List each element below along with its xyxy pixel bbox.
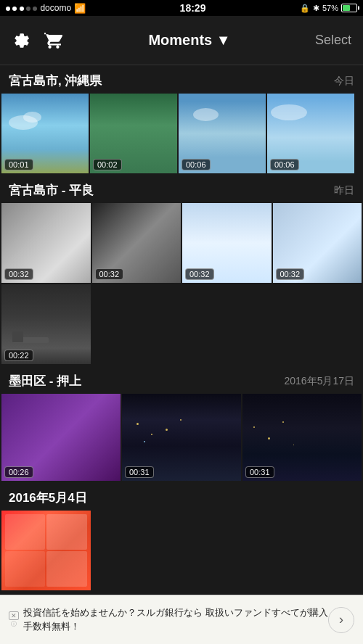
signal-dots	[6, 3, 37, 13]
section-date-1: 今日	[334, 75, 354, 88]
duration-badge: 00:06	[270, 159, 299, 170]
ad-text-content: 投資信託を始めませんか？スルガ銀行なら 取扱いファンドすべてが購入手数料無料！	[23, 607, 328, 631]
ad-x-icon: ✕	[9, 611, 19, 620]
settings-icon[interactable]	[12, 30, 32, 51]
photo-grid-2b: 00:22	[0, 284, 363, 366]
photo-cell[interactable]: 00:32	[273, 203, 362, 283]
cart-icon[interactable]	[44, 30, 64, 51]
photo-cell[interactable]: 00:32	[182, 203, 272, 283]
section-date-3: 2016年5月17日	[284, 375, 354, 388]
wifi-icon: 📶	[74, 3, 86, 14]
nav-bar: Moments ▼ Select	[0, 16, 363, 65]
duration-badge: 00:02	[93, 159, 122, 170]
battery-indicator	[341, 4, 357, 12]
photo-grid-3: 00:26 00:31 00:31	[0, 394, 363, 482]
photo-cell[interactable]: 00:32	[1, 203, 91, 283]
photo-cell[interactable]: 00:06	[179, 94, 266, 173]
status-left: docomo 📶	[6, 3, 86, 14]
photo-cell[interactable]: 00:22	[1, 284, 91, 364]
status-right: 🔒 ✱ 57%	[300, 4, 357, 13]
duration-badge: 00:32	[95, 268, 124, 280]
ad-arrow-button[interactable]: ›	[328, 607, 354, 633]
section-title-4: 2016年5月4日	[9, 490, 87, 506]
status-time: 18:29	[180, 2, 206, 14]
duration-badge: 00:26	[4, 466, 33, 478]
section-title-2: 宮古島市 - 平良	[9, 182, 94, 199]
ad-info-icon: ⓘ	[11, 620, 17, 628]
duration-badge: 00:06	[182, 159, 211, 170]
photo-grid-4	[0, 511, 363, 592]
carrier-label: docomo	[40, 3, 71, 13]
photo-cell[interactable]: 00:32	[92, 203, 182, 283]
battery-fill	[343, 5, 350, 11]
ad-banner[interactable]: ✕ ⓘ 投資信託を始めませんか？スルガ銀行なら 取扱いファンドすべてが購入手数料…	[0, 595, 363, 644]
photo-cell[interactable]: 00:31	[122, 394, 241, 481]
section-title-1: 宮古島市, 沖縄県	[9, 73, 102, 89]
section-header-3: 墨田区 - 押上 2016年5月17日	[0, 366, 363, 394]
cart-svg	[44, 31, 63, 50]
ad-close-area[interactable]: ✕ ⓘ	[9, 611, 19, 628]
bluetooth-icon: ✱	[313, 4, 319, 13]
section-header-2: 宮古島市 - 平良 昨日	[0, 175, 363, 203]
duration-badge: 00:32	[276, 268, 305, 280]
status-bar: docomo 📶 18:29 🔒 ✱ 57%	[0, 0, 363, 16]
photo-cell[interactable]: 00:31	[242, 394, 362, 481]
battery-percent: 57%	[322, 4, 338, 12]
photo-grid-1: 00:01 00:02 00:06 00:06	[0, 94, 363, 175]
gear-svg	[12, 31, 31, 50]
section-date-2: 昨日	[334, 184, 354, 197]
photo-cell[interactable]: 00:02	[90, 94, 177, 173]
select-button[interactable]: Select	[315, 33, 351, 48]
photo-grid-2a: 00:32 00:32 00:32 00:32	[0, 203, 363, 284]
ad-arrow-icon: ›	[339, 612, 343, 627]
duration-badge: 00:32	[4, 268, 33, 280]
section-header-1: 宮古島市, 沖縄県 今日	[0, 65, 363, 94]
section-title-3: 墨田区 - 押上	[9, 373, 81, 389]
lock-icon: 🔒	[300, 4, 310, 13]
duration-badge: 00:31	[245, 466, 274, 478]
photo-cell[interactable]: 00:01	[1, 94, 89, 173]
duration-badge: 00:32	[185, 268, 214, 280]
photo-cell[interactable]: 00:26	[1, 394, 121, 481]
duration-badge: 00:31	[125, 466, 154, 478]
photo-cell[interactable]: 00:06	[267, 94, 354, 173]
photo-cell[interactable]	[1, 511, 91, 590]
nav-title[interactable]: Moments ▼	[64, 32, 315, 49]
section-header-4: 2016年5月4日	[0, 482, 363, 511]
ad-text: 投資信託を始めませんか？スルガ銀行なら 取扱いファンドすべてが購入手数料無料！	[23, 606, 328, 632]
duration-badge: 00:01	[4, 159, 33, 170]
duration-badge: 00:22	[4, 350, 33, 361]
nav-left-icons	[12, 30, 64, 51]
